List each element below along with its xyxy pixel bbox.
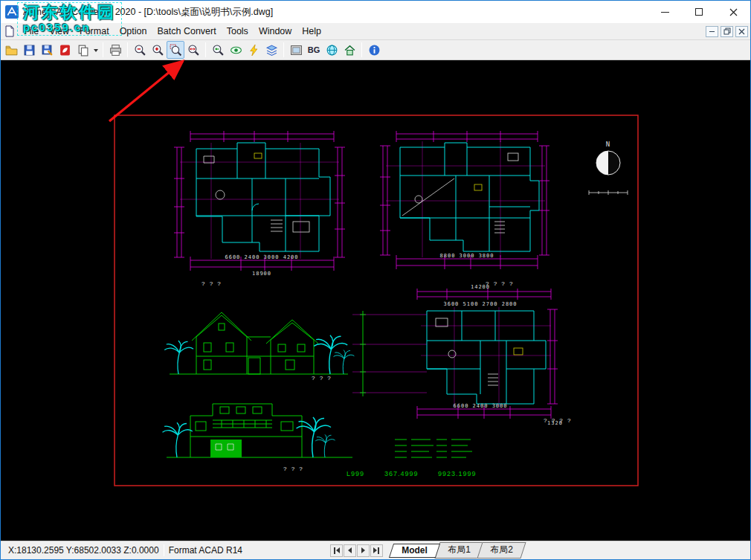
menu-bar: File View Format Option Batch Convert To…	[1, 23, 750, 40]
svg-text:? ? ?: ? ? ?	[202, 280, 222, 287]
menu-window[interactable]: Window	[254, 24, 297, 39]
layout-tab-nav	[330, 544, 384, 557]
copy-clipboard-button[interactable]	[74, 41, 91, 59]
mdi-close-button[interactable]	[735, 26, 748, 37]
zoom-out-button[interactable]	[131, 41, 149, 59]
minimize-button[interactable]	[648, 1, 682, 23]
svg-text:N: N	[606, 141, 610, 148]
zoom-window-icon	[170, 44, 182, 57]
save-as-icon	[41, 44, 54, 57]
toolbar-separator	[361, 42, 362, 57]
north-symbol: N	[589, 141, 628, 195]
globe-icon	[326, 44, 338, 57]
svg-text:8800 3000 3800: 8800 3000 3800	[439, 253, 494, 259]
layers-button[interactable]	[262, 41, 280, 59]
chevron-down-icon	[94, 49, 98, 54]
svg-text:3600 5100 2700 2800: 3600 5100 2700 2800	[443, 301, 517, 307]
cad-drawing: 6600 2400 3000 4200 18900 8800 3000 3800	[1, 60, 750, 541]
close-button[interactable]	[716, 1, 750, 23]
toolbar-separator	[127, 42, 128, 57]
save-button[interactable]	[20, 41, 38, 59]
tab-layout1[interactable]: 布局1	[434, 542, 483, 559]
svg-text:18900: 18900	[252, 271, 271, 277]
about-button[interactable]	[365, 41, 383, 59]
preview-button[interactable]	[227, 41, 245, 59]
copy-options-dropdown[interactable]	[91, 41, 100, 59]
menu-format[interactable]: Format	[74, 24, 115, 39]
document-icon[interactable]	[4, 25, 16, 37]
drawing-canvas[interactable]: 6600 2400 3000 4200 18900 8800 3000 3800	[1, 60, 750, 541]
svg-text:? ? ? ?: ? ? ? ?	[486, 280, 514, 287]
maximize-button[interactable]	[682, 1, 716, 23]
menu-view[interactable]: View	[44, 24, 74, 39]
bg-label: BG	[308, 45, 320, 54]
prev-tab-button[interactable]	[344, 544, 356, 557]
mdi-minimize-button[interactable]	[706, 26, 718, 37]
app-window: Acme CAD Converter 2020 - [D:\tools\桌面\说…	[0, 0, 751, 560]
legend-block	[395, 440, 472, 457]
web-publish-button[interactable]	[323, 41, 341, 59]
elevation-side	[163, 404, 353, 457]
home-view-button[interactable]	[341, 41, 358, 59]
bg-toggle-button[interactable]: BG	[305, 41, 323, 59]
open-button[interactable]	[2, 41, 20, 59]
close-icon	[729, 8, 738, 16]
tab-model[interactable]: Model	[389, 544, 440, 558]
quick-convert-button[interactable]	[245, 41, 262, 59]
arrow-left-icon	[336, 547, 340, 553]
floor-plan-1: 6600 2400 3000 4200 18900	[174, 131, 345, 277]
maximize-icon	[695, 8, 703, 16]
frame-button[interactable]	[287, 41, 305, 59]
window-title: Acme CAD Converter 2020 - [D:\tools\桌面\说…	[23, 6, 273, 19]
zoom-previous-icon	[212, 44, 225, 57]
tab-layout2[interactable]: 布局2	[477, 542, 526, 559]
menu-tools[interactable]: Tools	[222, 24, 254, 39]
printer-icon	[109, 44, 122, 57]
toolbar-separator	[103, 42, 103, 57]
layout-tabs: Model 布局1 布局2	[391, 542, 523, 559]
zoom-extents-icon	[187, 44, 200, 57]
mdi-restore-button[interactable]	[721, 26, 733, 37]
floor-plan-2: 8800 3000 3800	[380, 131, 549, 269]
elevation-front	[164, 312, 354, 374]
pdf-export-button[interactable]	[56, 41, 74, 59]
zoom-out-icon	[134, 44, 146, 57]
zoom-in-button[interactable]	[149, 41, 167, 59]
eye-icon	[230, 44, 242, 57]
menu-batch-convert[interactable]: Batch Convert	[152, 24, 221, 39]
menu-option[interactable]: Option	[115, 24, 152, 39]
info-icon	[368, 44, 381, 57]
format-readout: Format ACAD R14	[164, 545, 247, 556]
last-icon	[378, 547, 379, 554]
svg-text:? ? ?: ? ? ?	[312, 375, 332, 382]
title-bar: Acme CAD Converter 2020 - [D:\tools\桌面\说…	[1, 1, 750, 23]
menu-file[interactable]: File	[19, 24, 44, 39]
mdi-close-icon	[738, 28, 745, 35]
mdi-restore-icon	[723, 28, 731, 35]
svg-text:6600 2400 3000: 6600 2400 3000	[453, 403, 507, 409]
floor-plan-3: 14200 3600 5100 2700 2800 6600 2400 3000…	[352, 284, 563, 426]
last-tab-button[interactable]	[370, 544, 383, 557]
toolbar: BG	[1, 40, 750, 60]
print-button[interactable]	[106, 41, 124, 59]
first-tab-button[interactable]	[330, 544, 343, 557]
app-icon	[5, 5, 19, 19]
zoom-previous-button[interactable]	[209, 41, 227, 59]
svg-text:9923.1999: 9923.1999	[438, 470, 477, 477]
zoom-window-button[interactable]	[167, 41, 184, 59]
menu-help[interactable]: Help	[297, 24, 326, 39]
zoom-in-icon	[152, 44, 164, 57]
arrow-right-icon	[373, 547, 377, 553]
save-as-button[interactable]	[38, 41, 56, 59]
caption-buttons	[648, 1, 750, 23]
zoom-extents-button[interactable]	[184, 41, 202, 59]
svg-text:367.4999: 367.4999	[384, 470, 419, 477]
copy-icon	[77, 44, 89, 57]
mdi-minimize-icon	[709, 31, 715, 32]
save-icon	[23, 44, 36, 57]
arrow-left-icon	[348, 547, 352, 553]
svg-text:L999: L999	[347, 470, 364, 477]
status-bar: X:18130.2595 Y:68502.0033 Z:0.0000 Forma…	[1, 541, 750, 559]
next-tab-button[interactable]	[357, 544, 370, 557]
first-icon	[334, 547, 335, 554]
